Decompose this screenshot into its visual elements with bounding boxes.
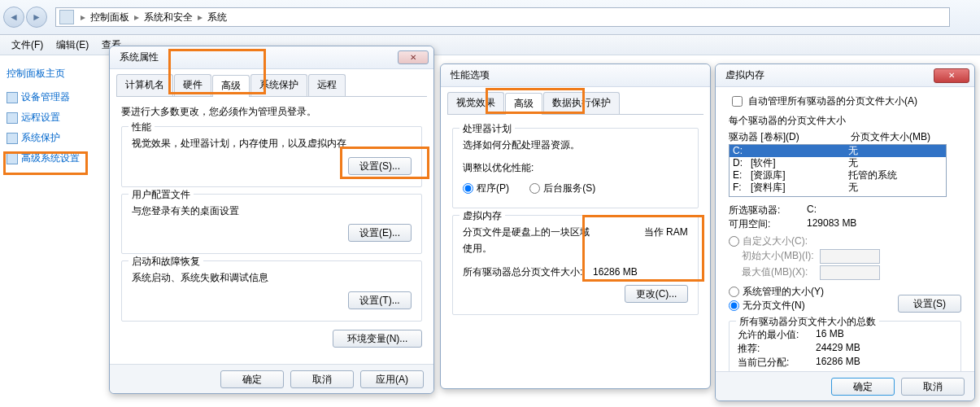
rec-label: 推荐:	[738, 342, 816, 356]
close-button[interactable]: ✕	[398, 50, 429, 64]
performance-settings-button[interactable]: 设置(S)...	[348, 157, 412, 175]
cur-label: 当前已分配:	[738, 356, 816, 370]
drive-list[interactable]: C:无 D:[软件]无 E:[资源库]托管的系统 F:[资料库]无	[729, 144, 947, 197]
nav-forward-button[interactable]: ►	[26, 7, 47, 28]
group-performance: 性能 视觉效果，处理器计划，内存使用，以及虚拟内存 设置(S)...	[121, 126, 422, 186]
radio-services-input[interactable]	[529, 183, 540, 194]
max-size-input	[820, 265, 880, 280]
dialog-title: 系统属性	[120, 50, 159, 64]
sidebar-item-device-manager[interactable]: 设备管理器	[7, 87, 106, 107]
group-legend: 性能	[128, 120, 155, 134]
ok-button[interactable]: 确定	[831, 378, 895, 396]
group-user-profile: 用户配置文件 与您登录有关的桌面设置 设置(E)...	[121, 194, 422, 254]
profile-settings-button[interactable]: 设置(E)...	[348, 224, 412, 242]
radio-label: 系统管理的大小(Y)	[743, 285, 824, 299]
radio-no-paging-input[interactable]	[729, 300, 739, 311]
vm-total-value: 16286 MB	[593, 264, 638, 280]
sidebar-item-label: 设备管理器	[21, 90, 70, 104]
drive-row-c[interactable]: C:无	[730, 145, 946, 157]
group-legend: 虚拟内存	[460, 209, 505, 223]
tab-visual-effects[interactable]: 视觉效果	[447, 92, 504, 114]
each-drive-label: 每个驱动器的分页文件大小	[729, 112, 961, 129]
remote-settings-icon	[7, 112, 18, 124]
tab-advanced[interactable]: 高级	[505, 93, 542, 115]
radio-label: 后台服务(S)	[543, 182, 595, 195]
selected-drive-value: C:	[807, 204, 817, 217]
tab-hardware[interactable]: 硬件	[174, 74, 211, 96]
dialog-title: 性能选项	[451, 68, 490, 82]
radio-system-managed[interactable]: 系统管理的大小(Y)	[729, 285, 824, 299]
group-legend: 所有驱动器分页文件大小的总数	[736, 315, 879, 329]
device-manager-icon	[7, 92, 18, 103]
sidebar-item-label: 远程设置	[21, 111, 60, 125]
control-panel-sidebar: 控制面板主页 设备管理器 远程设置 系统保护 高级系统设置	[0, 55, 106, 405]
breadcrumb-security[interactable]: 系统和安全	[142, 11, 194, 24]
max-size-label: 最大值(MB)(X):	[742, 265, 820, 280]
sidebar-item-system-protection[interactable]: 系统保护	[7, 128, 106, 148]
menu-edit[interactable]: 编辑(E)	[50, 38, 95, 52]
apply-button[interactable]: 应用(A)	[360, 370, 424, 388]
address-bar[interactable]: ▸ 控制面板 ▸ 系统和安全 ▸ 系统	[55, 7, 950, 27]
radio-label: 自定义大小(C):	[743, 234, 808, 248]
nav-back-button[interactable]: ◄	[3, 7, 24, 28]
system-properties-dialog: 系统属性 ✕ 计算机名 硬件 高级 系统保护 远程 要进行大多数更改，您必须作为…	[109, 46, 434, 394]
breadcrumb-system[interactable]: 系统	[206, 11, 229, 24]
radio-label: 无分页文件(N)	[743, 299, 805, 313]
sidebar-item-label: 高级系统设置	[21, 151, 80, 165]
tab-advanced[interactable]: 高级	[212, 75, 250, 97]
cancel-button[interactable]: 取消	[901, 378, 965, 396]
available-space-value: 129083 MB	[807, 217, 856, 231]
env-vars-button[interactable]: 环境变量(N)...	[333, 330, 422, 348]
radio-programs-input[interactable]	[463, 183, 473, 194]
group-virtual-memory: 虚拟内存 分页文件是硬盘上的一块区域 xxxxxxxxxx 当作 RAM 使用。…	[452, 215, 699, 315]
ok-button[interactable]: 确定	[220, 370, 284, 388]
group-startup-recovery: 启动和故障恢复 系统启动、系统失败和调试信息 设置(T)...	[121, 260, 422, 321]
set-button[interactable]: 设置(S)	[898, 295, 961, 313]
radio-no-paging[interactable]: 无分页文件(N)	[729, 299, 824, 313]
radio-system-managed-input[interactable]	[729, 287, 739, 297]
drive-row-f[interactable]: F:[资料库]无	[730, 182, 946, 194]
radio-custom-input[interactable]	[729, 236, 739, 247]
sidebar-item-advanced-system[interactable]: 高级系统设置	[7, 148, 106, 168]
group-legend: 处理器计划	[460, 122, 515, 136]
hdr-drive: 驱动器 [卷标](D)	[729, 130, 851, 144]
min-value: 16 MB	[816, 328, 844, 342]
auto-manage-input[interactable]	[732, 96, 743, 107]
startup-settings-button[interactable]: 设置(T)...	[348, 291, 412, 309]
dialog-footer: 确定 取消 应用(A)	[110, 364, 433, 393]
sidebar-item-remote-settings[interactable]: 远程设置	[7, 107, 106, 128]
radio-custom-size[interactable]: 自定义大小(C):	[729, 234, 808, 248]
tab-dep[interactable]: 数据执行保护	[543, 92, 620, 114]
hdr-size: 分页文件大小(MB)	[851, 130, 930, 144]
dialog-title: 虚拟内存	[725, 68, 764, 82]
advanced-system-icon	[7, 153, 18, 164]
radio-background-services[interactable]: 后台服务(S)	[529, 182, 595, 195]
sidebar-item-label: 系统保护	[21, 131, 60, 145]
auto-manage-checkbox[interactable]: 自动管理所有驱动器的分页文件大小(A)	[729, 94, 961, 109]
dialog-footer: 确定 取消	[716, 371, 974, 400]
group-legend: 用户配置文件	[128, 188, 194, 202]
performance-options-dialog: 性能选项 视觉效果 高级 数据执行保护 处理器计划 选择如何分配处理器资源。 调…	[440, 63, 711, 389]
available-space-label: 可用空间:	[729, 217, 807, 231]
tab-remote[interactable]: 远程	[308, 74, 346, 96]
menu-file[interactable]: 文件(F)	[5, 38, 50, 52]
sched-desc: 选择如何分配处理器资源。	[463, 137, 688, 153]
vm-total-label: 所有驱动器总分页文件大小:	[463, 264, 593, 280]
drive-row-d[interactable]: D:[软件]无	[730, 157, 946, 169]
group-totals: 所有驱动器分页文件大小的总数 允许的最小值:16 MB 推荐:24429 MB …	[729, 321, 961, 375]
selected-drive-label: 所选驱动器:	[729, 204, 807, 217]
initial-size-input	[820, 249, 880, 264]
admin-notice: 要进行大多数更改，您必须作为管理员登录。	[121, 103, 422, 120]
breadcrumb-root[interactable]: 控制面板	[89, 11, 131, 24]
cancel-button[interactable]: 取消	[290, 370, 354, 388]
sidebar-heading[interactable]: 控制面板主页	[7, 63, 106, 87]
group-processor-scheduling: 处理器计划 选择如何分配处理器资源。 调整以优化性能: 程序(P) 后台服务(S…	[452, 128, 699, 208]
radio-programs[interactable]: 程序(P)	[463, 182, 509, 195]
tab-system-protection[interactable]: 系统保护	[250, 74, 307, 96]
close-button[interactable]: ✕	[934, 68, 969, 83]
drive-row-e[interactable]: E:[资源库]托管的系统	[730, 169, 946, 182]
startup-desc: 系统启动、系统失败和调试信息	[132, 269, 412, 286]
tab-computer-name[interactable]: 计算机名	[116, 74, 173, 96]
vm-change-button[interactable]: 更改(C)...	[625, 285, 688, 303]
explorer-topbar: ◄ ► ▸ 控制面板 ▸ 系统和安全 ▸ 系统	[0, 0, 980, 35]
